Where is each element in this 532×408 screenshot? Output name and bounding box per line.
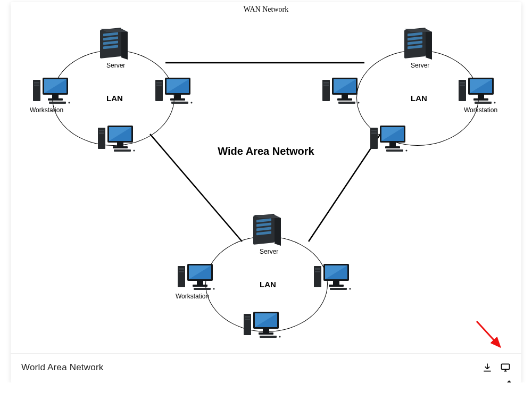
card-footer: World Area Network Duplicate Online [11,353,521,382]
diagram-card: WAN Network Wide Area Network LAN Server… [11,2,521,382]
server-icon [253,213,282,248]
server-label: Server [411,62,429,69]
svg-rect-21 [502,364,510,369]
card-title: World Area Network [21,362,103,373]
annotation-arrow [472,317,510,353]
workstation-icon [370,126,410,153]
server-label: Server [106,62,125,69]
workstation-label: Workstation [176,293,209,300]
server-label: Server [260,248,278,255]
footer-actions [482,362,511,373]
workstation-icon [155,78,195,105]
workstation-icon [459,78,498,105]
lan-label-bottom: LAN [260,280,276,289]
workstation-label: Workstation [30,106,63,114]
center-caption-l1: Wide Area Network [218,145,314,157]
center-caption: Wide Area Network [218,145,314,158]
workstation-icon [314,264,353,292]
workstation-icon [244,312,283,339]
workstation-icon [98,126,137,153]
download-icon [482,362,493,373]
duplicate-online-button[interactable] [500,362,511,373]
diagram-title: WAN Network [244,5,288,14]
svg-line-19 [309,134,380,242]
server-icon [100,27,129,62]
workstation-icon [322,78,362,105]
download-button[interactable] [482,362,493,373]
lan-label-top-left: LAN [106,94,123,103]
workstation-label: Workstation [464,106,497,114]
svg-line-20 [477,321,500,347]
monitor-icon [500,362,511,373]
diagram-canvas: WAN Network Wide Area Network LAN Server… [11,2,521,353]
workstation-icon [33,78,72,105]
workstation-icon [178,264,217,292]
lan-label-top-right: LAN [411,94,427,103]
server-icon [404,27,433,62]
